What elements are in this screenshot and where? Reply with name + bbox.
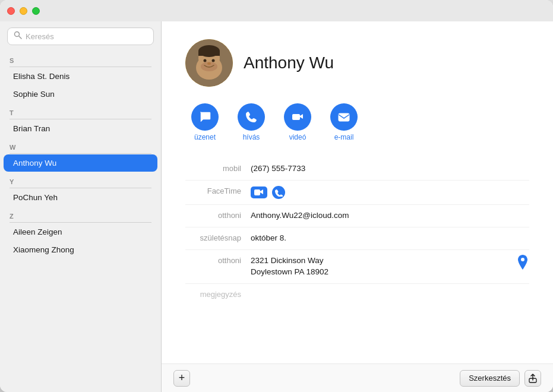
label-address: otthoni — [185, 255, 251, 265]
minimize-button[interactable] — [20, 7, 27, 15]
divider-y — [10, 188, 151, 188]
value-email[interactable]: Anthony.Wu22@icloud.com — [251, 210, 529, 222]
field-row-email: otthoni Anthony.Wu22@icloud.com — [185, 205, 529, 227]
sidebar: S Elisha St. Denis Sophie Sun T Brian Tr… — [0, 21, 162, 392]
label-birthday: születésnap — [185, 233, 251, 242]
avatar — [185, 39, 233, 87]
footer-right: Szerkesztés — [460, 370, 541, 387]
video-label: videó — [289, 133, 306, 141]
detail-panel: Anthony Wu üzenet — [162, 21, 553, 392]
search-icon — [14, 31, 22, 42]
message-button[interactable]: üzenet — [191, 103, 219, 141]
field-row-birthday: születésnap október 8. — [185, 227, 529, 250]
search-bar — [0, 21, 161, 51]
svg-rect-12 — [339, 113, 349, 121]
email-label: e-mail — [334, 133, 354, 141]
svg-point-0 — [15, 32, 20, 37]
contact-item-elisha[interactable]: Elisha St. Denis — [4, 68, 157, 85]
divider-w — [10, 153, 151, 154]
contact-item-sophie[interactable]: Sophie Sun — [4, 86, 157, 103]
video-icon — [284, 103, 311, 131]
contact-header: Anthony Wu — [185, 39, 529, 87]
field-row-facetime: FaceTime — [185, 181, 529, 205]
edit-button[interactable]: Szerkesztés — [460, 370, 520, 387]
contact-item-pochun[interactable]: PoChun Yeh — [4, 189, 157, 206]
contact-list: S Elisha St. Denis Sophie Sun T Brian Tr… — [0, 51, 161, 392]
label-email: otthoni — [185, 210, 251, 220]
contact-item-aileen[interactable]: Aileen Zeigen — [4, 223, 157, 241]
facetime-icons — [251, 186, 285, 199]
search-input[interactable] — [26, 32, 147, 41]
label-notes: megjegyzés — [185, 289, 251, 299]
add-button[interactable]: + — [173, 370, 190, 387]
svg-rect-13 — [254, 189, 260, 195]
section-label-t: T — [0, 103, 161, 119]
section-label-s: S — [0, 51, 161, 67]
svg-point-8 — [204, 59, 207, 62]
field-row-notes: megjegyzés — [185, 284, 529, 306]
fields-section: mobil (267) 555-7733 FaceTime — [185, 158, 529, 306]
maximize-button[interactable] — [32, 7, 40, 15]
contact-item-anthony[interactable]: Anthony Wu — [4, 154, 157, 172]
call-button[interactable]: hívás — [238, 103, 265, 141]
value-address: 2321 Dickinson Way Doylestown PA 18902 — [251, 255, 529, 278]
section-label-w: W — [0, 138, 161, 153]
share-button[interactable] — [524, 370, 541, 387]
detail-content: Anthony Wu üzenet — [162, 21, 553, 363]
titlebar — [0, 0, 553, 21]
facetime-video-icon[interactable] — [251, 186, 267, 198]
value-mobil[interactable]: (267) 555-7733 — [251, 163, 529, 175]
detail-footer: + Szerkesztés — [162, 363, 553, 392]
map-pin-icon[interactable] — [516, 255, 529, 273]
email-icon — [330, 103, 358, 131]
svg-line-1 — [19, 36, 21, 39]
facetime-phone-icon[interactable] — [272, 186, 285, 199]
label-mobil: mobil — [185, 163, 251, 173]
divider-t — [10, 119, 151, 119]
email-button[interactable]: e-mail — [330, 103, 358, 141]
section-label-z: Z — [0, 207, 161, 222]
value-birthday: október 8. — [251, 233, 529, 244]
message-icon — [191, 103, 219, 131]
contact-item-brian[interactable]: Brian Tran — [4, 120, 157, 137]
section-label-y: Y — [0, 172, 161, 188]
svg-point-10 — [207, 62, 211, 65]
divider-z — [10, 222, 151, 223]
svg-point-9 — [212, 59, 215, 62]
contact-name: Anthony Wu — [244, 53, 334, 72]
call-icon — [238, 103, 265, 131]
close-button[interactable] — [7, 7, 15, 15]
video-button[interactable]: videó — [284, 103, 311, 141]
divider-s — [10, 67, 151, 67]
svg-rect-11 — [292, 114, 300, 120]
footer-left: + — [173, 370, 190, 387]
field-row-address: otthoni 2321 Dickinson Way Doylestown PA… — [185, 250, 529, 284]
contacts-window: S Elisha St. Denis Sophie Sun T Brian Tr… — [0, 0, 553, 392]
contact-item-xiaomeng[interactable]: Xiaomeng Zhong — [4, 241, 157, 258]
label-facetime: FaceTime — [185, 186, 251, 195]
field-row-mobil: mobil (267) 555-7733 — [185, 158, 529, 181]
action-buttons: üzenet hívás — [185, 103, 529, 141]
search-wrapper[interactable] — [7, 27, 154, 45]
call-label: hívás — [243, 133, 260, 141]
message-label: üzenet — [194, 133, 216, 141]
main-content: S Elisha St. Denis Sophie Sun T Brian Tr… — [0, 21, 553, 392]
svg-rect-6 — [198, 51, 220, 56]
